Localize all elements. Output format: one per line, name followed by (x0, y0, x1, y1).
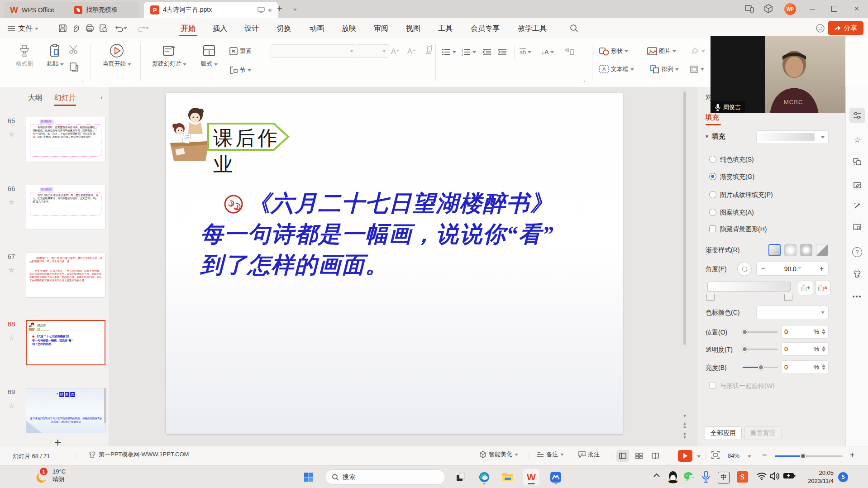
paragraph-dialog-launcher[interactable]: ⌟ (583, 78, 585, 83)
skin-strip-button[interactable] (849, 266, 865, 282)
picture-button[interactable]: 图片 (647, 45, 676, 57)
multi-device-icon[interactable] (744, 4, 754, 14)
reset-background-button[interactable]: 重置背景 (744, 426, 782, 440)
cut-button[interactable] (69, 44, 80, 54)
reset-button[interactable]: 重置 (229, 45, 252, 57)
reading-toolkit-strip-button[interactable] (849, 220, 865, 235)
fill-preset-combo[interactable] (756, 130, 829, 144)
paragraph-layout-button[interactable] (565, 46, 575, 58)
more-tools-strip-button[interactable]: ••• (849, 289, 865, 304)
increase-font-button[interactable]: A⁺ (391, 45, 400, 57)
wifi-tray-icon[interactable] (757, 472, 767, 480)
solid-fill-label[interactable]: 纯色填充(S) (720, 156, 754, 164)
webcam-video-overlay[interactable]: MCBC 周俊吉 (711, 36, 845, 113)
tab-transition[interactable]: 切换 (275, 22, 293, 35)
brightness-slider-knob[interactable] (758, 364, 764, 370)
zoom-slider-knob[interactable] (800, 453, 806, 459)
ribbon-search-icon[interactable] (568, 23, 579, 33)
fill-section-header[interactable]: ▼ 填充 (705, 132, 725, 141)
brightness-spinner[interactable]: 0 % (781, 360, 829, 374)
output-button[interactable] (71, 23, 81, 33)
play-options-caret-icon[interactable] (697, 455, 701, 458)
apply-all-button[interactable]: 全部应用 (705, 426, 742, 440)
slide-star-icon[interactable]: ☆ (4, 266, 19, 274)
slide-star-icon[interactable]: ☆ (4, 334, 19, 342)
redo-button[interactable] (134, 23, 152, 33)
zoom-percentage[interactable]: 84% (728, 452, 739, 459)
canvas-scrollbar[interactable] (682, 91, 687, 408)
add-gradient-stop-button[interactable]: + (798, 281, 813, 295)
slide-star-icon[interactable]: ☆ (4, 198, 19, 206)
new-slide-button[interactable]: 新建幻灯片 (148, 42, 191, 68)
decrease-font-button[interactable]: A⁻ (407, 45, 416, 57)
font-size-combo[interactable] (356, 44, 389, 58)
increase-indent-button[interactable] (498, 46, 507, 58)
previous-slide-button[interactable]: ▲▲ (681, 421, 689, 429)
zoom-out-button[interactable]: − (762, 450, 767, 460)
microphone-tray-icon[interactable] (701, 471, 711, 483)
collapse-panel-button[interactable]: ‹ (100, 93, 103, 101)
solid-fill-radio[interactable] (709, 156, 716, 163)
normal-view-button[interactable] (616, 450, 629, 462)
font-family-combo[interactable] (271, 44, 357, 58)
stop-color-combo[interactable] (756, 306, 829, 319)
document-tab[interactable]: P 4古诗词三首.pptx (144, 2, 278, 18)
gradient-fill-label[interactable]: 渐变填充(G) (720, 173, 754, 181)
copy-button[interactable] (69, 62, 80, 72)
tab-teaching-tools[interactable]: 教学工具 (516, 22, 548, 35)
gradient-style-path[interactable] (816, 244, 828, 256)
smart-beautify-button[interactable]: 智能美化 (479, 450, 518, 459)
rotate-with-shape-checkbox[interactable] (709, 382, 716, 389)
volume-tray-icon[interactable] (769, 472, 780, 481)
comments-button[interactable]: 批注 (578, 450, 600, 459)
slide-star-icon[interactable]: ☆ (4, 130, 19, 139)
picture-fill-radio[interactable] (709, 191, 716, 198)
user-avatar[interactable]: WP (784, 3, 796, 15)
close-button[interactable]: × (849, 2, 864, 15)
sidebar-scrollbar[interactable] (104, 388, 106, 423)
clipboard-dialog-launcher[interactable]: ⌟ (81, 78, 84, 83)
zoom-slider[interactable] (775, 455, 843, 457)
text-direction-button[interactable]: ↓A (541, 46, 554, 58)
pattern-fill-radio[interactable] (709, 209, 716, 216)
gradient-fill-radio[interactable] (709, 173, 716, 180)
tab-review[interactable]: 审阅 (372, 22, 390, 35)
reading-view-button[interactable] (649, 450, 662, 462)
smart-beautify-strip-button[interactable] (849, 198, 865, 214)
transparency-slider-knob[interactable] (742, 346, 748, 352)
qq-tray-icon[interactable] (667, 471, 679, 483)
tab-list-caret-icon[interactable] (293, 9, 297, 11)
assistant-icon[interactable] (815, 23, 825, 33)
wechat-tray-icon[interactable] (683, 472, 696, 483)
angle-stepper[interactable]: − 90.0 ° + (756, 262, 829, 276)
arrange-button[interactable]: 排列 (650, 63, 679, 75)
tab-slides[interactable]: 幻灯片 (54, 93, 76, 106)
clear-format-button[interactable] (424, 45, 434, 54)
edge-browser-icon[interactable] (476, 469, 492, 485)
meeting-app-icon[interactable] (548, 469, 564, 485)
position-spinner[interactable]: 0 % (781, 325, 829, 339)
angle-dial[interactable] (737, 262, 752, 276)
help-strip-button[interactable]: ? (849, 244, 865, 260)
clock-widget[interactable]: 20:05 2023/11/4 (802, 469, 834, 485)
gradient-style-linear[interactable] (768, 244, 781, 256)
textbox-button[interactable]: A 文本框 (599, 63, 634, 75)
ime-indicator[interactable]: 中 (718, 472, 730, 483)
weather-widget[interactable]: 1 19°C 晴朗 (35, 468, 66, 483)
minimize-button[interactable]: ─ (805, 2, 820, 15)
brightness-spinner-arrows[interactable] (822, 364, 825, 370)
character-spacing-button[interactable]: ab (520, 46, 531, 58)
file-explorer-icon[interactable] (500, 469, 516, 485)
save-button[interactable] (57, 23, 68, 33)
tab-home[interactable]: 开始 (179, 22, 197, 36)
fill-tab[interactable]: 填充 (706, 113, 719, 122)
fit-slide-button[interactable] (711, 451, 720, 459)
current-slide[interactable]: 课后作 业 《六月二十七日望湖楼醉书》 每一句诗都是一幅画，说说你“看” 到了怎… (166, 93, 623, 434)
slide-thumbnail-68-current[interactable]: 课后作 业 ◉ 《六月二十七日望湖楼醉书》 每一句诗都是一幅画，说说你“看” 到… (26, 320, 105, 365)
undo-button[interactable] (112, 23, 130, 33)
position-slider[interactable] (743, 331, 778, 333)
tray-expand-button[interactable] (653, 473, 660, 477)
angle-plus-button[interactable]: + (820, 265, 824, 273)
hide-background-checkbox[interactable] (709, 225, 716, 232)
file-menu[interactable]: 文件 (5, 22, 40, 35)
